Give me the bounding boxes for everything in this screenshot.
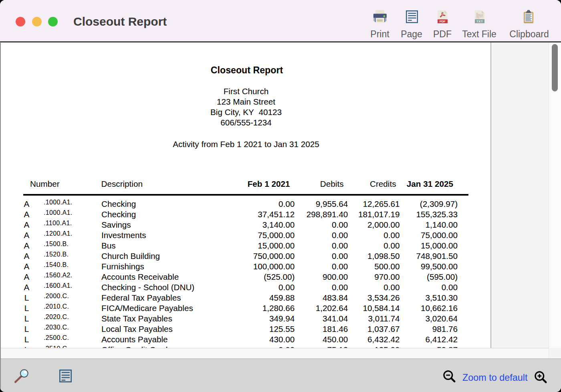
svg-text:PDF: PDF: [440, 20, 446, 23]
svg-text:TXT: TXT: [476, 20, 483, 23]
